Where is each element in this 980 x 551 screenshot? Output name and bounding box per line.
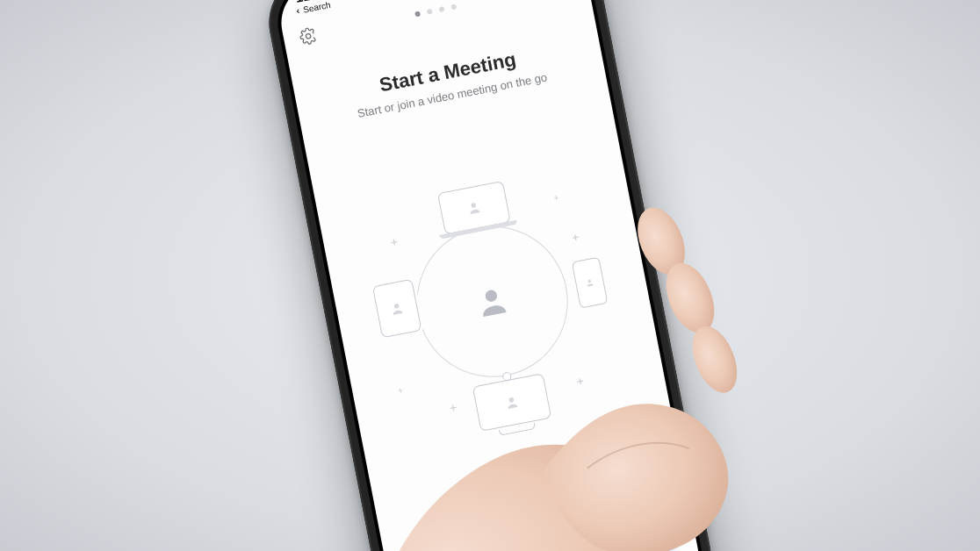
pager-dot[interactable] [450, 4, 457, 10]
user-avatar-icon [472, 281, 513, 322]
room-display-icon [472, 373, 551, 432]
meeting-devices-illustration: + + + + + + [364, 173, 621, 430]
sparkle-icon: + [449, 401, 458, 414]
svg-point-5 [485, 289, 499, 303]
sparkle-icon: + [397, 386, 404, 396]
tablet-icon [372, 279, 422, 339]
sparkle-icon: + [553, 193, 560, 203]
svg-point-6 [471, 203, 476, 208]
svg-point-7 [393, 304, 399, 309]
sparkle-icon: + [571, 231, 580, 244]
sparkle-icon: + [389, 235, 399, 248]
chevron-left-icon [294, 7, 302, 15]
join-meeting-button[interactable]: Join a Meeting [407, 510, 676, 551]
pager-dot[interactable] [414, 11, 421, 17]
phone-device-icon [572, 257, 609, 309]
pager-dot[interactable] [427, 9, 433, 15]
svg-point-4 [306, 33, 311, 39]
sparkle-icon: + [575, 375, 585, 388]
pager-dot[interactable] [439, 6, 445, 12]
gear-icon [298, 25, 318, 46]
laptop-icon [437, 181, 511, 235]
join-meeting-label: Join a Meeting [495, 539, 587, 551]
onboarding-pager[interactable] [414, 4, 457, 17]
svg-point-8 [587, 279, 591, 283]
settings-button[interactable] [298, 25, 318, 46]
svg-point-9 [508, 397, 514, 403]
